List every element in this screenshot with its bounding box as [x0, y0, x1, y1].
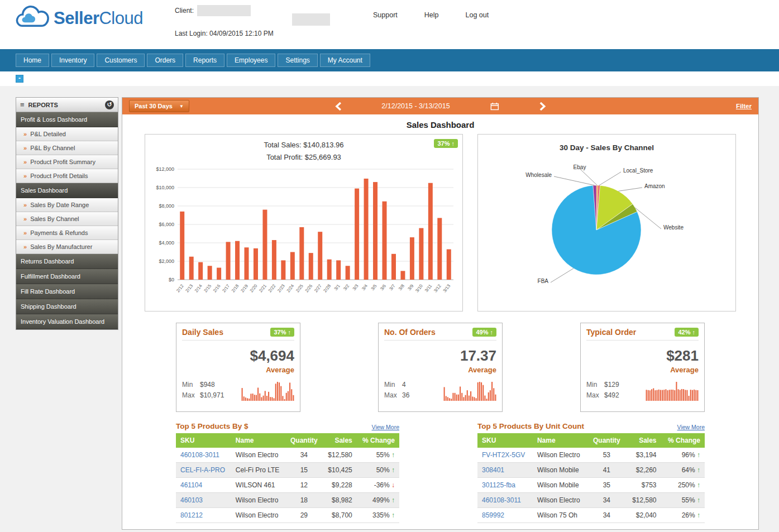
sidebar-item-returns-dashboard[interactable]: Returns Dashboard: [16, 254, 118, 269]
svg-text:2/24: 2/24: [286, 283, 295, 293]
view-more-link[interactable]: View More: [677, 424, 705, 430]
svg-text:3/7: 3/7: [389, 283, 396, 291]
sku-link[interactable]: 461104: [176, 478, 231, 493]
filter-link[interactable]: Filter: [736, 103, 752, 109]
min-label: Min: [384, 380, 402, 390]
svg-text:$10,000: $10,000: [156, 185, 174, 190]
total-profit-text: Total Profit: $25,669.93: [145, 151, 462, 164]
tab-customers[interactable]: Customers: [97, 54, 145, 67]
sidebar-item-sales-by-channel[interactable]: »Sales By Channel: [16, 212, 118, 226]
sales-by-channel-pie-chart: EbayLocal_StoreAmazonWebsiteFBAWholesale: [478, 152, 724, 298]
sku-link[interactable]: 460108-3011: [477, 493, 533, 508]
column-header-sku: SKU: [176, 433, 231, 448]
min-max-block: Min$129Max$492: [586, 380, 619, 401]
sidebar-item-shipping-dashboard[interactable]: Shipping Dashboard: [16, 299, 118, 314]
svg-text:$2,000: $2,000: [159, 258, 174, 264]
sidebar-item-sales-by-manufacturer[interactable]: »Sales By Manufacturer: [16, 240, 118, 254]
svg-text:3/2: 3/2: [342, 283, 350, 291]
product-name-cell: Wilson Electro: [231, 448, 285, 463]
sales-by-channel-panel: 30 Day - Sales By Channel EbayLocal_Stor…: [477, 134, 736, 311]
tab-inventory[interactable]: Inventory: [51, 54, 94, 67]
sidebar-item-label: Shipping Dashboard: [21, 303, 77, 310]
table-row: 801212Wilson Electro29$8,700335% ↑: [176, 508, 399, 523]
sku-link[interactable]: CEL-FI-A-PRO: [176, 463, 231, 478]
help-link[interactable]: Help: [424, 11, 439, 19]
sellercloud-logo[interactable]: SellerCloud: [15, 4, 143, 32]
tab-employees[interactable]: Employees: [227, 54, 275, 67]
badge-value: 42%: [678, 329, 690, 336]
sidebar-item-inventory-valuation-dashboard[interactable]: Inventory Valuation Dashboard: [16, 314, 118, 329]
column-header-change: % Change: [661, 433, 705, 448]
sidebar-item-sales-dashboard[interactable]: Sales Dashboard: [16, 183, 118, 198]
svg-text:2/18: 2/18: [231, 283, 240, 293]
product-name-cell: Wilson Electro: [231, 493, 285, 508]
sku-link[interactable]: 308401: [477, 463, 533, 478]
sku-link[interactable]: 460103: [176, 493, 231, 508]
svg-text:Wholesale: Wholesale: [525, 172, 552, 178]
change-cell: 55% ↑: [661, 493, 705, 508]
bullet-icon: »: [23, 215, 27, 222]
tab-reports[interactable]: Reports: [185, 54, 224, 67]
card-footer: Min$129Max$492: [586, 380, 699, 401]
sidebar-item-label: Inventory Valuation Dashboard: [21, 318, 104, 325]
bullet-icon: »: [23, 202, 27, 208]
column-header-change: % Change: [357, 433, 399, 448]
sku-link[interactable]: 301125-fba: [477, 478, 533, 493]
tab-my-account[interactable]: My Account: [320, 54, 370, 67]
sales-cell: $12,580: [323, 448, 357, 463]
tab-settings[interactable]: Settings: [278, 54, 317, 67]
sidebar-item-product-profit-summary[interactable]: »Product Profit Summary: [16, 155, 118, 169]
change-value: 50%: [376, 466, 391, 474]
max-value: 36: [402, 390, 409, 401]
table-header-row: SKUNameQuantitySales% Change: [477, 433, 705, 448]
sidebar-item-p-l-by-channel[interactable]: »P&L By Channel: [16, 141, 118, 155]
sidebar-item-payments-refunds[interactable]: »Payments & Refunds: [16, 226, 118, 240]
sidebar-item-fulfillment-dashboard[interactable]: Fulfillment Dashboard: [16, 269, 118, 284]
calendar-icon[interactable]: [490, 102, 499, 111]
card-average-label: Average: [384, 366, 496, 374]
table-body: FV-HT2X-5GVWilson Electro53$3,19496% ↑30…: [477, 448, 705, 523]
trend-badge: 42%↑: [675, 328, 699, 337]
previous-period-arrow[interactable]: [334, 102, 341, 111]
sidebar-item-p-l-detailed[interactable]: »P&L Detailed: [16, 127, 118, 141]
sidebar-item-fill-rate-dashboard[interactable]: Fill Rate Dashboard: [16, 284, 118, 299]
support-link[interactable]: Support: [373, 11, 398, 19]
collapse-sidebar-icon[interactable]: ↺: [105, 100, 114, 109]
tab-home[interactable]: Home: [16, 54, 49, 67]
sku-link[interactable]: 801212: [176, 508, 231, 523]
up-arrow-icon: ↑: [391, 466, 395, 474]
svg-text:2/17: 2/17: [221, 283, 231, 293]
sidebar-header: ≡ REPORTS ↺: [16, 97, 118, 112]
sku-link[interactable]: FV-HT2X-5GV: [477, 448, 533, 463]
column-header-sales: Sales: [626, 433, 661, 448]
svg-text:2/28: 2/28: [323, 283, 332, 293]
svg-text:$8,000: $8,000: [159, 203, 174, 209]
max-label: Max: [182, 390, 200, 401]
up-arrow-icon: ↑: [452, 140, 455, 147]
card-footer: Min4Max36: [384, 380, 496, 401]
svg-text:$4,000: $4,000: [159, 240, 174, 246]
svg-text:$6,000: $6,000: [159, 222, 174, 227]
sales-trend-badge: 37% ↑: [434, 139, 458, 148]
sku-link[interactable]: 859992: [477, 508, 533, 523]
svg-text:2/14: 2/14: [194, 283, 203, 293]
change-value: 64%: [682, 466, 697, 474]
minimize-panel-button[interactable]: -: [16, 75, 23, 83]
min-row: Min4: [384, 380, 409, 390]
app-header: SellerCloud Client: Last Login: 04/09/20…: [0, 0, 779, 49]
svg-text:2/19: 2/19: [240, 283, 249, 293]
card-header: Daily Sales37%↑: [182, 328, 294, 341]
tab-orders[interactable]: Orders: [147, 54, 183, 67]
view-more-link[interactable]: View More: [372, 424, 399, 430]
sidebar-item-profit-loss-dashboard[interactable]: Profit & Loss Dashboard: [16, 112, 118, 127]
sidebar-item-sales-by-date-range[interactable]: »Sales By Date Range: [16, 198, 118, 212]
product-name-cell: Wilson Mobile: [533, 478, 587, 493]
next-period-arrow[interactable]: [539, 102, 546, 111]
sales-cell: $753: [626, 478, 661, 493]
logout-link[interactable]: Log out: [466, 11, 489, 19]
sku-link[interactable]: 460108-3011: [176, 448, 231, 463]
sidebar-item-product-profit-details[interactable]: »Product Profit Details: [16, 169, 118, 183]
date-range-dropdown[interactable]: Past 30 Days ▼: [129, 100, 189, 112]
stat-card-daily-sales: Daily Sales37%↑$4,694AverageMin$948Max$1…: [176, 323, 300, 412]
svg-text:Ebay: Ebay: [574, 164, 586, 170]
